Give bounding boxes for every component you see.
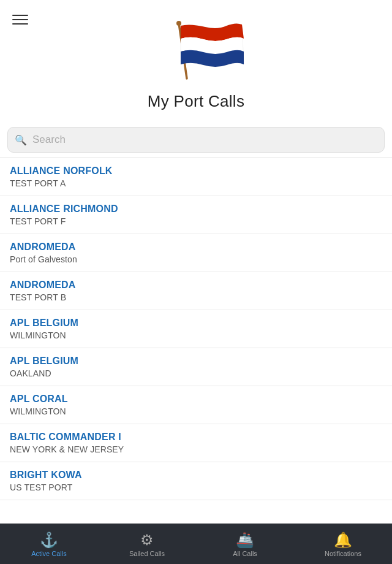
search-container: 🔍 xyxy=(7,127,385,153)
svg-point-1 xyxy=(176,21,181,26)
port-name: NEW YORK & NEW JERSEY xyxy=(10,444,382,454)
port-name: WILMINGTON xyxy=(10,406,382,416)
tab-sailed-calls-label: Sailed Calls xyxy=(129,550,165,557)
tab-notifications[interactable]: 🔔 Notifications xyxy=(294,524,392,564)
anchor-icon: ⚓ xyxy=(40,533,58,547)
header: My Port Calls xyxy=(0,0,392,127)
logo-section: My Port Calls xyxy=(10,12,382,121)
list-item[interactable]: APL CORALWILMINGTON xyxy=(0,386,392,424)
tab-active-calls-label: Active Calls xyxy=(31,550,66,557)
menu-button[interactable] xyxy=(12,15,28,25)
list-item[interactable]: APL BELGIUMWILMINGTON xyxy=(0,310,392,348)
ship-name: ANDROMEDA xyxy=(10,242,382,253)
helm-icon: ⚙ xyxy=(140,533,154,547)
tab-notifications-label: Notifications xyxy=(325,550,361,557)
list-item[interactable]: BALTIC COMMANDER INEW YORK & NEW JERSEY xyxy=(0,424,392,462)
tab-sailed-calls[interactable]: ⚙ Sailed Calls xyxy=(98,524,196,564)
app-logo xyxy=(147,18,245,86)
search-icon: 🔍 xyxy=(15,134,27,146)
list-item[interactable]: APL BELGIUMOAKLAND xyxy=(0,348,392,386)
bell-icon: 🔔 xyxy=(334,533,352,547)
port-name: TEST PORT B xyxy=(10,292,382,302)
ship-name: APL CORAL xyxy=(10,394,382,405)
port-name: WILMINGTON xyxy=(10,330,382,340)
tab-all-calls[interactable]: 🚢 All Calls xyxy=(196,524,294,564)
ship-name: APL BELGIUM xyxy=(10,318,382,329)
tab-all-calls-label: All Calls xyxy=(233,550,257,557)
tab-active-calls[interactable]: ⚓ Active Calls xyxy=(0,524,98,564)
port-name: OAKLAND xyxy=(10,368,382,378)
port-name: TEST PORT F xyxy=(10,216,382,226)
ship-name: BALTIC COMMANDER I xyxy=(10,432,382,443)
tab-bar: ⚓ Active Calls ⚙ Sailed Calls 🚢 All Call… xyxy=(0,524,392,564)
calls-list: ALLIANCE NORFOLKTEST PORT AALLIANCE RICH… xyxy=(0,158,392,516)
ship-name: ALLIANCE RICHMOND xyxy=(10,204,382,215)
ship-name: ALLIANCE NORFOLK xyxy=(10,166,382,177)
search-input[interactable] xyxy=(7,127,385,153)
list-item[interactable]: ALLIANCE NORFOLKTEST PORT A xyxy=(0,158,392,196)
port-name: TEST PORT A xyxy=(10,178,382,188)
list-item[interactable]: BRIGHT KOWAUS TEST PORT xyxy=(0,462,392,500)
list-item[interactable]: ALLIANCE RICHMONDTEST PORT F xyxy=(0,196,392,234)
ship-name: APL BELGIUM xyxy=(10,356,382,367)
search-wrapper: 🔍 xyxy=(7,127,385,153)
ship-name: BRIGHT KOWA xyxy=(10,470,382,481)
list-item[interactable]: ANDROMEDATEST PORT B xyxy=(0,272,392,310)
list-item[interactable]: ANDROMEDAPort of Galveston xyxy=(0,234,392,272)
ship-name: ANDROMEDA xyxy=(10,280,382,291)
port-name: US TEST PORT xyxy=(10,482,382,492)
port-name: Port of Galveston xyxy=(10,254,382,264)
ship-icon: 🚢 xyxy=(236,533,254,547)
page-title: My Port Calls xyxy=(148,92,244,111)
